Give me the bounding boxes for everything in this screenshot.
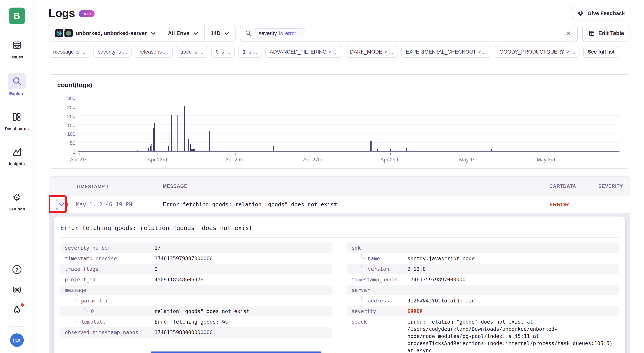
chart-bar[interactable] [168, 145, 169, 151]
filter-chip-1[interactable]: 1is... [238, 46, 262, 58]
chart-bar[interactable] [182, 151, 183, 151]
issues-icon [8, 38, 25, 53]
react-project-icon [55, 29, 63, 37]
token-remove-icon[interactable]: × [299, 30, 302, 36]
message-column-header[interactable]: MESSAGE [163, 183, 550, 189]
cartdata-column-header[interactable]: CARTDATA [550, 183, 598, 189]
filter-chip-0[interactable]: 0is... [211, 46, 235, 58]
chart-bar[interactable] [178, 115, 178, 151]
chart-bar[interactable] [370, 141, 372, 151]
chart-bar[interactable] [172, 150, 174, 151]
tree-connector [362, 264, 365, 269]
detail-title: Error fetching goods: relation "goods" d… [54, 216, 625, 237]
timestamp-column-header[interactable]: TIMESTAMP ↓ [76, 183, 163, 189]
chart-bar[interactable] [152, 144, 152, 151]
date-range-selector[interactable]: 14D [204, 25, 235, 41]
table-header: TIMESTAMP ↓ MESSAGE CARTDATA SEVERITY [49, 177, 630, 196]
broadcast-icon[interactable] [12, 285, 22, 294]
chart-bar[interactable] [148, 148, 149, 151]
chart-bar[interactable] [137, 150, 138, 151]
filter-chip-severity[interactable]: severityis... [94, 46, 132, 58]
x-tick-label: May 1st [459, 157, 477, 163]
chart-bar[interactable] [190, 144, 191, 151]
chart-bar[interactable] [188, 139, 189, 151]
search-input[interactable]: severity is error × ✕ [240, 25, 578, 42]
chart-bar[interactable] [193, 150, 194, 151]
page-title: Logs [48, 7, 75, 20]
chart-plot[interactable] [78, 98, 620, 152]
give-feedback-button[interactable]: Give Feedback [572, 7, 630, 19]
search-filter-token[interactable]: severity is error × [255, 28, 305, 38]
y-tick-label: 300 [67, 95, 75, 101]
x-tick [390, 153, 390, 155]
chart-bar[interactable] [194, 150, 195, 151]
chart-bar[interactable] [153, 128, 154, 151]
org-logo[interactable]: B [8, 8, 25, 24]
sidebar-item-issues[interactable]: Issues [8, 38, 25, 59]
edit-table-label: Edit Table [598, 30, 624, 36]
filter-chip-EXPERIMENTAL_CHECKOUT[interactable]: EXPERIMENTAL_CHECKOUT>... [401, 46, 492, 58]
environment-selector[interactable]: All Envs [162, 25, 204, 41]
sidebar-item-dashboards[interactable]: Dashboards [5, 109, 29, 131]
chart-bar[interactable] [105, 151, 106, 151]
sidebar-divider [8, 176, 25, 176]
chart-bar[interactable] [209, 131, 210, 151]
log-timestamp-cell: May 1, 2:46:19 PM [76, 201, 163, 207]
severity-column-header[interactable]: SEVERITY [598, 183, 630, 189]
sidebar-item-label: Settings [9, 207, 25, 211]
chart-bar[interactable] [377, 149, 378, 151]
y-tick-label: 0 [73, 149, 75, 155]
filter-chip-DARK_MODE[interactable]: DARK_MODE>... [346, 46, 398, 58]
x-tick-label: May 3rd [537, 157, 555, 163]
chart-y-axis: 050100150200250300 [57, 98, 75, 152]
filter-chip-release[interactable]: releaseis... [135, 46, 172, 58]
search-clear-icon[interactable]: ✕ [564, 28, 573, 39]
filter-chip-message[interactable]: messageis... [48, 46, 90, 58]
sidebar-item-insights[interactable]: Insights [8, 144, 25, 166]
chart-bar[interactable] [390, 149, 391, 151]
tree-connector [84, 307, 88, 311]
sort-descending-icon: ↓ [106, 183, 109, 189]
whats-new-flame-icon[interactable] [12, 305, 21, 315]
filter-chip-trace[interactable]: traceis... [176, 46, 208, 58]
y-tick-label: 100 [67, 131, 75, 137]
chart-bar[interactable] [171, 115, 172, 151]
chart-bar[interactable] [406, 148, 407, 151]
edit-table-button[interactable]: Edit Table [582, 25, 630, 42]
project-selector-label: unborked, unborked-server [76, 30, 147, 36]
y-tick-label: 250 [67, 105, 75, 110]
chart-x-axis: Apr 21stApr 23rdApr 25thApr 27thApr 29th… [78, 153, 620, 164]
detail-row-stack: stackerror: relation "goods" does not ex… [347, 316, 619, 353]
date-range-label: 14D [211, 30, 221, 36]
sidebar-item-settings[interactable]: ⚙ Settings [8, 190, 25, 211]
expander-cell [49, 199, 76, 210]
sidebar-item-explore[interactable]: Explore [8, 73, 26, 96]
logs-chart-card: count(logs) 050100150200250300 Apr 21stA… [48, 74, 630, 169]
filter-chip-GOODS_PRODUCTQUERY[interactable]: GOODS_PRODUCTQUERY>... [495, 46, 580, 58]
detail-row-server: server [347, 285, 619, 295]
filter-chip-ADVANCED_FILTERING[interactable]: ADVANCED_FILTERING>... [265, 46, 342, 58]
see-full-list-chip[interactable]: See full list [583, 46, 619, 58]
chart-bar[interactable] [170, 131, 170, 151]
expand-row-button[interactable] [56, 199, 67, 210]
detail-row-timestamp_precise: timestamp_precise1746135979897000000 [60, 253, 332, 264]
chart-title: count(logs) [57, 82, 630, 89]
y-tick-label: 150 [67, 122, 75, 128]
chart-bar[interactable] [150, 147, 151, 151]
x-tick [468, 153, 468, 155]
help-icon[interactable]: ? [12, 265, 21, 274]
detail-row-trace_flags: trace_flags0 [60, 264, 332, 274]
log-table-row[interactable]: May 1, 2:46:19 PM Error fetching goods: … [49, 196, 630, 213]
chart-bar[interactable] [184, 106, 185, 151]
user-avatar[interactable]: CA [10, 333, 24, 347]
chevron-down-icon [224, 32, 229, 35]
chart-bar[interactable] [491, 149, 492, 151]
project-selector[interactable]: unborked, unborked-server [49, 25, 162, 41]
tree-connector [74, 296, 78, 301]
y-tick-label: 50 [70, 140, 75, 146]
chart-bar[interactable] [154, 123, 155, 151]
chart-bar[interactable] [273, 146, 274, 151]
y-tick-label: 200 [67, 113, 75, 119]
x-tick-label: Apr 25th [225, 157, 244, 163]
chart-bar[interactable] [192, 150, 192, 151]
